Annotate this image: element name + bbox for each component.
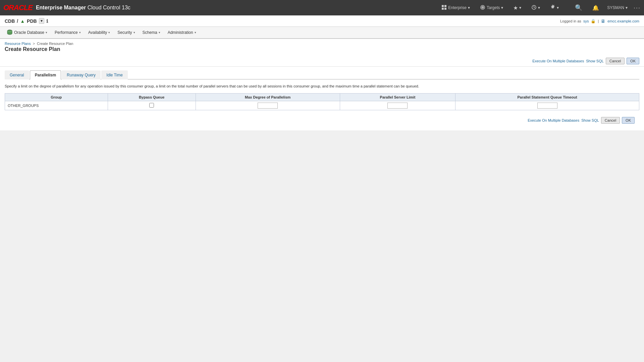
clock-icon [531, 5, 537, 11]
cdb-pdb-bar: CDB / ▲ PDB ▾ ℹ Logged in as sys 🔒 | 🖥 e… [0, 15, 644, 27]
nav-left: ORACLE Enterprise Manager Cloud Control … [3, 3, 130, 12]
oracle-database-label: Oracle Database [14, 30, 44, 35]
pdb-text: PDB [27, 18, 37, 24]
menu-administration[interactable]: Administration ▾ [164, 28, 200, 37]
administration-label: Administration [168, 30, 193, 35]
enterprise-arrow: ▾ [468, 5, 470, 10]
performance-arrow: ▾ [79, 31, 81, 34]
schema-arrow: ▾ [159, 31, 160, 34]
cdb-right: Logged in as sys 🔒 | 🖥 emcc.example.com [560, 18, 639, 24]
server-limit-input[interactable] [387, 103, 408, 109]
show-sql-bottom[interactable]: Show SQL [581, 118, 599, 122]
history-menu[interactable]: ▾ [529, 3, 542, 12]
execute-multiple-databases-top[interactable]: Execute On Multiple Databases [532, 59, 584, 63]
cancel-button-top[interactable]: Cancel [606, 58, 625, 64]
bypass-queue-checkbox[interactable] [149, 103, 154, 108]
em-title: Enterprise Manager Cloud Control 13c [36, 5, 130, 11]
show-sql-top[interactable]: Show SQL [586, 59, 604, 63]
tab-parallelism[interactable]: Parallelism [30, 70, 61, 79]
em-title-rest: Cloud Control 13c [88, 5, 130, 10]
performance-label: Performance [55, 30, 78, 35]
menu-security[interactable]: Security ▾ [114, 28, 138, 37]
administration-arrow: ▾ [195, 31, 196, 34]
security-arrow: ▾ [133, 31, 135, 34]
more-button[interactable]: ··· [634, 4, 641, 11]
settings-menu[interactable]: ▾ [548, 3, 561, 12]
max-degree-cell [196, 101, 340, 110]
main-content: General Parallelism Runaway Query Idle T… [0, 67, 644, 130]
group-name: OTHER_GROUPS [5, 101, 108, 110]
breadcrumb-parent[interactable]: Resource Plans [5, 42, 31, 46]
breadcrumb-current: Create Resource Plan [37, 42, 73, 46]
oracle-logo: ORACLE [3, 3, 33, 12]
login-host[interactable]: emcc.example.com [607, 19, 639, 23]
star-icon: ★ [513, 5, 518, 11]
enterprise-menu[interactable]: Enterprise ▾ [439, 3, 472, 12]
menu-oracle-database[interactable]: Oracle Database ▾ [3, 27, 51, 38]
ok-button-bottom[interactable]: OK [622, 117, 635, 124]
queue-timeout-cell [455, 101, 639, 110]
gear-icon [550, 5, 555, 11]
bypass-queue-cell [108, 101, 196, 110]
cdb-slash: / [17, 18, 18, 24]
top-action-bar: Execute On Multiple Databases Show SQL C… [0, 56, 644, 67]
enterprise-label: Enterprise [448, 5, 467, 10]
favorites-menu[interactable]: ★ ▾ [511, 3, 523, 12]
ok-button-top[interactable]: OK [627, 58, 639, 64]
targets-icon [480, 5, 485, 11]
parallelism-description: Specify a limit on the degree of paralle… [5, 83, 639, 89]
top-navigation: ORACLE Enterprise Manager Cloud Control … [0, 0, 644, 15]
cdb-separator: | [598, 19, 599, 23]
user-label: SYSMAN [607, 5, 624, 10]
tab-idle-time[interactable]: Idle Time [101, 70, 128, 79]
targets-menu[interactable]: Targets ▾ [478, 3, 505, 12]
login-user[interactable]: sys [583, 19, 589, 23]
user-arrow: ▾ [626, 5, 628, 10]
svg-rect-1 [444, 5, 446, 7]
bell-icon: 🔔 [592, 5, 599, 11]
monitor-icon: 🖥 [601, 18, 605, 24]
col-bypass-queue: Bypass Queue [108, 93, 196, 101]
tab-bar: General Parallelism Runaway Query Idle T… [5, 70, 639, 79]
col-max-degree: Max Degree of Parallelism [196, 93, 340, 101]
svg-rect-2 [442, 8, 444, 10]
history-arrow: ▾ [538, 5, 540, 10]
pdb-dropdown[interactable]: ▾ [39, 18, 44, 24]
svg-rect-0 [442, 5, 444, 7]
svg-rect-3 [444, 8, 446, 10]
menu-availability[interactable]: Availability ▾ [85, 28, 113, 37]
lock-icon: 🔒 [591, 19, 596, 23]
cdb-left: CDB / ▲ PDB ▾ ℹ [5, 18, 48, 24]
favorites-arrow: ▾ [519, 5, 521, 10]
pdb-up-arrow: ▲ [20, 18, 25, 24]
col-queue-timeout: Parallel Statement Queue Timeout [455, 93, 639, 101]
oracle-db-icon [7, 29, 13, 36]
cancel-button-bottom[interactable]: Cancel [601, 117, 620, 124]
server-limit-cell [340, 101, 455, 110]
menu-schema[interactable]: Schema ▾ [139, 28, 164, 37]
enterprise-icon [441, 5, 447, 11]
breadcrumb-separator: > [33, 42, 35, 46]
info-icon[interactable]: ℹ [46, 18, 48, 24]
tab-runaway-query[interactable]: Runaway Query [62, 70, 101, 79]
targets-arrow: ▾ [501, 5, 503, 10]
security-label: Security [117, 30, 132, 35]
svg-point-6 [482, 7, 483, 8]
queue-timeout-input[interactable] [537, 103, 557, 109]
col-group: Group [5, 93, 108, 101]
oracle-database-arrow: ▾ [46, 31, 47, 34]
targets-label: Targets [487, 5, 500, 10]
menu-performance[interactable]: Performance ▾ [51, 28, 84, 37]
user-menu[interactable]: SYSMAN ▾ [607, 5, 628, 10]
search-button[interactable]: 🔍 [573, 3, 584, 13]
breadcrumb-area: Resource Plans > Create Resource Plan Cr… [0, 39, 644, 56]
max-degree-input[interactable] [258, 103, 278, 109]
execute-multiple-databases-bottom[interactable]: Execute On Multiple Databases [528, 118, 579, 122]
page-title: Create Resource Plan [5, 46, 639, 54]
availability-arrow: ▾ [108, 31, 110, 34]
col-server-limit: Parallel Server Limit [340, 93, 455, 101]
bell-button[interactable]: 🔔 [590, 3, 601, 12]
table-row: OTHER_GROUPS [5, 101, 639, 110]
breadcrumb: Resource Plans > Create Resource Plan [5, 42, 639, 46]
tab-general[interactable]: General [5, 70, 29, 79]
